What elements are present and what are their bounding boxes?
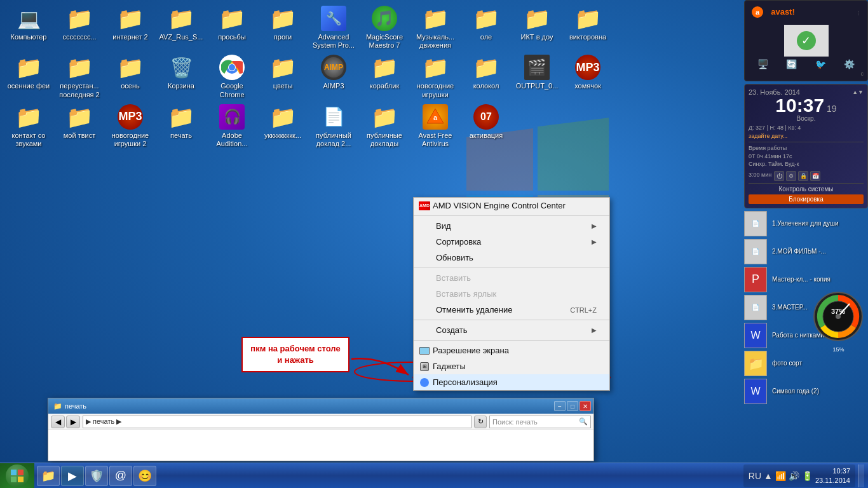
desktop-icon-chrome[interactable]: Google Chrome <box>207 52 257 101</box>
desktop-icon-moy-tvist[interactable]: 📁 мой твист <box>54 102 105 151</box>
clock-d: Д: 327 <box>749 125 765 131</box>
svg-point-3 <box>229 64 235 71</box>
desktop-icon-aimp[interactable]: AIMP AIMP3 <box>308 52 359 101</box>
ctx-sep1 <box>414 215 609 216</box>
ctx-update[interactable]: Обновить <box>414 250 609 266</box>
master-label: Мастер-кл... - копия <box>772 276 831 283</box>
desktop-icon-pereust[interactable]: 📁 переустан... последняя 2 <box>54 52 105 101</box>
desktop-icon-ikt[interactable]: 📁 ИКТ в доу <box>512 3 562 52</box>
show-desktop-button[interactable] <box>858 464 864 487</box>
close-button[interactable]: ✕ <box>580 401 591 411</box>
start-button[interactable] <box>0 463 34 489</box>
cvety-label: цветы <box>273 82 293 90</box>
right-icon-file2[interactable]: 📄 2.МОЙ ФИЛЬМ -... <box>744 239 868 264</box>
desktop-icon-internet2[interactable]: 📁 интернет 2 <box>105 3 156 52</box>
avast-twitter-icon[interactable]: 🐦 <box>815 59 826 69</box>
clock-ctrl4[interactable]: 📅 <box>810 171 820 181</box>
explorer-toolbar: ◀ ▶ ▶ печать ▶ ↻ Поиск: печать 🔍 <box>48 414 593 430</box>
ctx-paste[interactable]: Вставить <box>414 270 609 286</box>
desktop-icon-viktorovna[interactable]: 📁 викторовна <box>562 3 613 52</box>
korzina-icon: 🗑️ <box>168 55 194 80</box>
desktop-icon-prosby[interactable]: 📁 просьбы <box>207 3 257 52</box>
avast-settings-icon[interactable]: ⚙️ <box>844 59 855 69</box>
desktop-icon-kontakt[interactable]: 📁 контакт со звуками <box>3 102 54 151</box>
refresh-button[interactable]: ↻ <box>474 416 487 428</box>
address-bar[interactable]: ▶ печать ▶ <box>83 416 471 428</box>
avast-refresh-icon[interactable]: 🔄 <box>786 59 797 69</box>
ctx-personalization[interactable]: Персонализация <box>414 374 609 390</box>
search-bar[interactable]: Поиск: печать 🔍 <box>489 416 591 428</box>
desktop-icon-muzik[interactable]: 📁 Музыкаль... движения <box>410 3 461 52</box>
right-icon-foto[interactable]: 📁 фото сорт <box>744 351 868 376</box>
desktop-icon-korzina[interactable]: 🗑️ Корзина <box>156 52 207 101</box>
desktop-icon-pechat[interactable]: 📁 печать <box>156 102 207 151</box>
clock-system-control: Контроль системы <box>749 186 864 193</box>
ikt-icon: 📁 <box>524 6 550 31</box>
explorer-window: 📁 печать − □ ✕ ◀ ▶ ▶ печать ▶ ↻ Поиск: п… <box>48 398 594 461</box>
avast-logo: a avast! <box>751 6 802 21</box>
clock-blockировка[interactable]: Блокировка <box>749 194 864 204</box>
right-icon-file1[interactable]: 📄 1.Увлечения для души <box>744 211 868 236</box>
avast-menu[interactable]: ⋮ <box>855 10 861 17</box>
desktop-icon-novogodnie2[interactable]: MP3 новогодние игрушки 2 <box>105 102 156 151</box>
ctx-vid[interactable]: Вид ▶ <box>414 218 609 234</box>
taskbar-skype[interactable]: 😊 <box>133 466 156 486</box>
ole-label: оле <box>480 33 492 41</box>
tray-network-icon: 📶 <box>775 471 786 481</box>
explorer-content <box>48 430 593 461</box>
avz-label: AVZ_Rus_S... <box>159 33 203 41</box>
callout-box: пкм на рабочем столе и нажать <box>241 337 349 372</box>
avast-home-icon[interactable]: 🖥️ <box>757 59 768 69</box>
desktop-icon-avast[interactable]: a Avast Free Antivirus <box>410 102 461 151</box>
ctx-create[interactable]: Создать ▶ <box>414 322 609 338</box>
ctx-resolution[interactable]: Разрешение экрана <box>414 342 609 358</box>
desktop-icon-osennie[interactable]: 📁 осенние феи <box>3 52 54 101</box>
desktop-icon-novogodnie[interactable]: 📁 новогодние игрушки <box>410 52 461 101</box>
taskbar-antivirus[interactable]: 🛡️ <box>85 466 108 486</box>
desktop-icon-advanced[interactable]: 🔧 Advanced System Pro... <box>308 3 359 52</box>
right-icon-simvol[interactable]: W Символ года (2) <box>744 379 868 404</box>
desktop-icon-osen[interactable]: 📁 осень <box>105 52 156 101</box>
avast-screen: ✓ <box>784 25 829 57</box>
desktop-icon-korablik[interactable]: 📁 кораблик <box>359 52 410 101</box>
taskbar-mail[interactable]: @ <box>109 466 132 486</box>
clock-ctrl3[interactable]: 🔒 <box>798 171 808 181</box>
ctx-sep4 <box>414 340 609 341</box>
address-path: ▶ печать ▶ <box>86 417 121 426</box>
publik-dokl-icon: 📁 <box>372 104 397 130</box>
back-button[interactable]: ◀ <box>51 416 65 428</box>
tray-arrow-icon[interactable]: ▲ <box>764 471 773 481</box>
desktop-icon-ukkkk[interactable]: 📁 уккккккккк... <box>257 102 308 151</box>
clock-work-info: Время работы 0Т 0ч 41мин 17с Синхр. Тайм… <box>749 144 864 181</box>
taskbar-explorer[interactable]: 📁 <box>37 466 60 486</box>
ctx-gadgets[interactable]: ⊞ Гаджеты <box>414 358 609 374</box>
ctx-undo[interactable]: Отменить удаление CTRL+Z <box>414 302 609 318</box>
clock-ctrl2[interactable]: ⚙ <box>786 171 796 181</box>
ctx-paste-link[interactable]: Вставить ярлык <box>414 286 609 302</box>
desktop-icon-progi[interactable]: 📁 проги <box>257 3 308 52</box>
desktop-icon-ole[interactable]: 📁 оле <box>461 3 512 52</box>
desktop-icon-publik[interactable]: 📄 публичный доклад 2... <box>308 102 359 151</box>
desktop-icon-kolokol[interactable]: 📁 колокол <box>461 52 512 101</box>
clock-ctrl1[interactable]: ⏻ <box>774 171 784 181</box>
right-icon-master[interactable]: P Мастер-кл... - копия <box>744 267 868 292</box>
ctx-sort[interactable]: Сортировка ▶ <box>414 234 609 250</box>
taskbar-winamp[interactable]: ▶ <box>61 466 84 486</box>
desktop-icon-magicscore[interactable]: 🎵 MagicScore Maestro 7 <box>359 3 410 52</box>
osennie-icon: 📁 <box>16 55 41 80</box>
desktop-icon-adobe[interactable]: 🎧 Adobe Audition... <box>207 102 257 151</box>
desktop-icon-avz[interactable]: 📁 AVZ_Rus_S... <box>156 3 207 52</box>
forward-button[interactable]: ▶ <box>66 416 80 428</box>
svg-rect-19 <box>11 477 17 482</box>
desktop-icon-computer[interactable]: 💻 Компьютер <box>3 3 54 52</box>
desktop-icon-publik-dokl[interactable]: 📁 публичные доклады <box>359 102 410 151</box>
desktop-icon-output[interactable]: 🎬 OUTPUT_0... <box>512 52 562 101</box>
desktop-icon-aktivaciya[interactable]: 07 активация <box>461 102 512 151</box>
desktop-icon-folder1[interactable]: 📁 сссссссс... <box>54 3 105 52</box>
ctx-amd[interactable]: AMD AMD VISION Engine Control Center <box>414 198 609 214</box>
minimize-button[interactable]: − <box>554 401 566 411</box>
maximize-button[interactable]: □ <box>567 401 578 411</box>
desktop-icon-cvety[interactable]: 📁 цветы <box>257 52 308 101</box>
desktop-icon-homyachok[interactable]: MP3 хомячок <box>562 52 613 101</box>
clock-chevron-icon[interactable]: ▲▼ <box>852 89 864 95</box>
